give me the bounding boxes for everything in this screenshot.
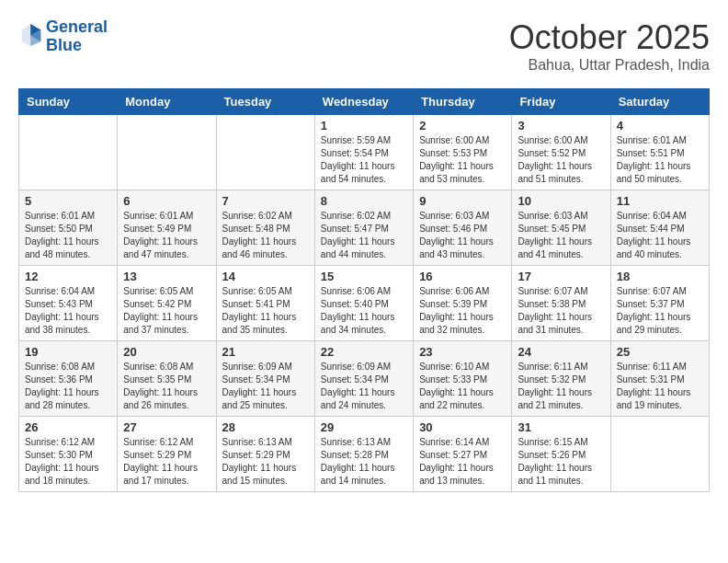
col-sunday: Sunday — [19, 89, 118, 115]
day-number: 26 — [25, 420, 111, 434]
table-row: 29Sunrise: 6:13 AMSunset: 5:28 PMDayligh… — [314, 417, 413, 492]
table-row: 28Sunrise: 6:13 AMSunset: 5:29 PMDayligh… — [216, 417, 314, 492]
day-info: Sunrise: 6:13 AMSunset: 5:29 PMDaylight:… — [222, 436, 309, 488]
day-number: 3 — [518, 119, 604, 132]
day-number: 20 — [123, 345, 210, 359]
day-number: 12 — [25, 270, 111, 283]
day-info: Sunrise: 6:05 AMSunset: 5:41 PMDaylight:… — [222, 285, 309, 337]
day-info: Sunrise: 6:11 AMSunset: 5:31 PMDaylight:… — [617, 361, 703, 412]
table-row: 23Sunrise: 6:10 AMSunset: 5:33 PMDayligh… — [414, 341, 512, 417]
table-row: 22Sunrise: 6:09 AMSunset: 5:34 PMDayligh… — [314, 341, 413, 417]
day-number: 23 — [419, 345, 506, 359]
day-info: Sunrise: 6:07 AMSunset: 5:38 PMDaylight:… — [518, 285, 604, 337]
day-number: 22 — [321, 345, 407, 359]
day-info: Sunrise: 6:15 AMSunset: 5:26 PMDaylight:… — [518, 436, 604, 488]
day-info: Sunrise: 6:11 AMSunset: 5:32 PMDaylight:… — [518, 361, 604, 412]
table-row: 5Sunrise: 6:01 AMSunset: 5:50 PMDaylight… — [19, 190, 118, 266]
logo-blue: Blue — [46, 36, 82, 54]
table-row: 17Sunrise: 6:07 AMSunset: 5:38 PMDayligh… — [512, 266, 610, 341]
table-row: 20Sunrise: 6:08 AMSunset: 5:35 PMDayligh… — [118, 341, 216, 417]
day-info: Sunrise: 6:07 AMSunset: 5:37 PMDaylight:… — [617, 285, 703, 337]
location-title: Bahua, Uttar Pradesh, India — [509, 57, 710, 74]
table-row: 11Sunrise: 6:04 AMSunset: 5:44 PMDayligh… — [610, 190, 709, 266]
day-info: Sunrise: 6:08 AMSunset: 5:36 PMDaylight:… — [25, 361, 111, 412]
day-number: 29 — [321, 420, 407, 434]
table-row: 27Sunrise: 6:12 AMSunset: 5:29 PMDayligh… — [118, 417, 216, 492]
day-info: Sunrise: 6:13 AMSunset: 5:28 PMDaylight:… — [321, 436, 407, 488]
day-number: 6 — [123, 194, 210, 208]
day-info: Sunrise: 6:05 AMSunset: 5:42 PMDaylight:… — [123, 285, 210, 337]
day-number: 16 — [419, 270, 506, 283]
calendar-week-row: 12Sunrise: 6:04 AMSunset: 5:43 PMDayligh… — [19, 266, 710, 341]
month-title: October 2025 — [509, 18, 710, 57]
logo-text: General Blue — [46, 18, 108, 55]
day-number: 18 — [617, 270, 703, 283]
col-thursday: Thursday — [414, 89, 512, 115]
table-row: 25Sunrise: 6:11 AMSunset: 5:31 PMDayligh… — [610, 341, 709, 417]
page-header: General Blue October 2025 Bahua, Uttar P… — [18, 18, 710, 74]
table-row: 12Sunrise: 6:04 AMSunset: 5:43 PMDayligh… — [19, 266, 118, 341]
table-row — [610, 417, 709, 492]
col-wednesday: Wednesday — [314, 89, 413, 115]
title-block: October 2025 Bahua, Uttar Pradesh, India — [509, 18, 710, 74]
col-friday: Friday — [512, 89, 610, 115]
day-number: 2 — [419, 119, 506, 132]
day-number: 28 — [222, 420, 309, 434]
day-info: Sunrise: 6:00 AMSunset: 5:53 PMDaylight:… — [419, 134, 506, 186]
table-row — [118, 115, 216, 190]
day-number: 15 — [321, 270, 407, 283]
calendar-week-row: 1Sunrise: 5:59 AMSunset: 5:54 PMDaylight… — [19, 115, 710, 190]
day-info: Sunrise: 6:01 AMSunset: 5:50 PMDaylight:… — [25, 210, 111, 261]
day-number: 7 — [222, 194, 309, 208]
day-number: 21 — [222, 345, 309, 359]
table-row: 2Sunrise: 6:00 AMSunset: 5:53 PMDaylight… — [414, 115, 512, 190]
table-row — [216, 115, 314, 190]
table-row: 7Sunrise: 6:02 AMSunset: 5:48 PMDaylight… — [216, 190, 314, 266]
table-row: 21Sunrise: 6:09 AMSunset: 5:34 PMDayligh… — [216, 341, 314, 417]
day-number: 19 — [25, 345, 111, 359]
day-info: Sunrise: 6:01 AMSunset: 5:49 PMDaylight:… — [123, 210, 210, 261]
col-saturday: Saturday — [610, 89, 709, 115]
day-info: Sunrise: 6:09 AMSunset: 5:34 PMDaylight:… — [321, 361, 407, 412]
table-row: 4Sunrise: 6:01 AMSunset: 5:51 PMDaylight… — [610, 115, 709, 190]
table-row: 1Sunrise: 5:59 AMSunset: 5:54 PMDaylight… — [314, 115, 413, 190]
day-info: Sunrise: 6:02 AMSunset: 5:48 PMDaylight:… — [222, 210, 309, 261]
calendar-header-row: Sunday Monday Tuesday Wednesday Thursday… — [19, 89, 710, 115]
day-info: Sunrise: 6:12 AMSunset: 5:30 PMDaylight:… — [25, 436, 111, 488]
day-number: 25 — [617, 345, 703, 359]
table-row: 13Sunrise: 6:05 AMSunset: 5:42 PMDayligh… — [118, 266, 216, 341]
day-info: Sunrise: 6:09 AMSunset: 5:34 PMDaylight:… — [222, 361, 309, 412]
day-number: 30 — [419, 420, 506, 434]
day-number: 17 — [518, 270, 604, 283]
calendar-table: Sunday Monday Tuesday Wednesday Thursday… — [18, 88, 710, 492]
day-number: 9 — [419, 194, 506, 208]
logo-general: General — [46, 17, 108, 36]
table-row: 19Sunrise: 6:08 AMSunset: 5:36 PMDayligh… — [19, 341, 118, 417]
calendar-week-row: 26Sunrise: 6:12 AMSunset: 5:30 PMDayligh… — [19, 417, 710, 492]
day-number: 14 — [222, 270, 309, 283]
table-row: 24Sunrise: 6:11 AMSunset: 5:32 PMDayligh… — [512, 341, 610, 417]
day-info: Sunrise: 6:06 AMSunset: 5:39 PMDaylight:… — [419, 285, 506, 337]
table-row: 10Sunrise: 6:03 AMSunset: 5:45 PMDayligh… — [512, 190, 610, 266]
table-row: 8Sunrise: 6:02 AMSunset: 5:47 PMDaylight… — [314, 190, 413, 266]
table-row: 9Sunrise: 6:03 AMSunset: 5:46 PMDaylight… — [414, 190, 512, 266]
table-row: 31Sunrise: 6:15 AMSunset: 5:26 PMDayligh… — [512, 417, 610, 492]
table-row: 14Sunrise: 6:05 AMSunset: 5:41 PMDayligh… — [216, 266, 314, 341]
table-row: 18Sunrise: 6:07 AMSunset: 5:37 PMDayligh… — [610, 266, 709, 341]
day-info: Sunrise: 6:14 AMSunset: 5:27 PMDaylight:… — [419, 436, 506, 488]
col-monday: Monday — [118, 89, 216, 115]
day-info: Sunrise: 6:03 AMSunset: 5:45 PMDaylight:… — [518, 210, 604, 261]
day-number: 11 — [617, 194, 703, 208]
day-info: Sunrise: 6:04 AMSunset: 5:44 PMDaylight:… — [617, 210, 703, 261]
table-row: 16Sunrise: 6:06 AMSunset: 5:39 PMDayligh… — [414, 266, 512, 341]
day-info: Sunrise: 6:00 AMSunset: 5:52 PMDaylight:… — [518, 134, 604, 186]
day-number: 24 — [518, 345, 604, 359]
calendar-week-row: 19Sunrise: 6:08 AMSunset: 5:36 PMDayligh… — [19, 341, 710, 417]
day-info: Sunrise: 6:08 AMSunset: 5:35 PMDaylight:… — [123, 361, 210, 412]
day-number: 1 — [321, 119, 407, 132]
day-info: Sunrise: 6:03 AMSunset: 5:46 PMDaylight:… — [419, 210, 506, 261]
day-info: Sunrise: 6:01 AMSunset: 5:51 PMDaylight:… — [617, 134, 703, 186]
col-tuesday: Tuesday — [216, 89, 314, 115]
table-row: 3Sunrise: 6:00 AMSunset: 5:52 PMDaylight… — [512, 115, 610, 190]
table-row: 6Sunrise: 6:01 AMSunset: 5:49 PMDaylight… — [118, 190, 216, 266]
